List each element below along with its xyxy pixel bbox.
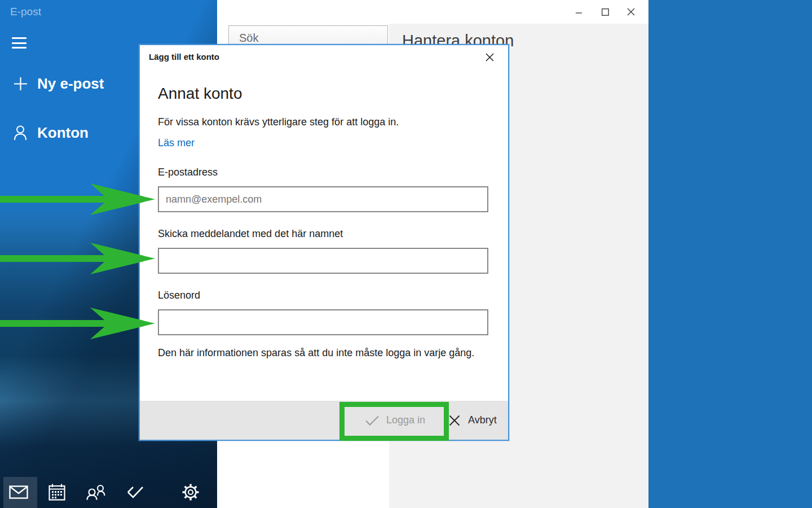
sidebar-item-label: Konton xyxy=(37,124,89,142)
person-icon xyxy=(12,125,28,141)
sidebar-item-label: Ny e-post xyxy=(37,75,104,93)
tasks-icon[interactable] xyxy=(123,476,148,508)
dialog-heading: Annat konto xyxy=(158,85,242,103)
minimize-icon xyxy=(576,8,582,15)
add-account-dialog: Lägg till ett konto Annat konto För viss… xyxy=(139,44,509,441)
cancel-button-label: Avbryt xyxy=(468,414,497,426)
window-controls xyxy=(566,0,644,24)
password-field[interactable] xyxy=(158,309,488,335)
mail-icon[interactable] xyxy=(6,476,31,508)
close-icon xyxy=(627,8,635,16)
learn-more-link[interactable]: Läs mer xyxy=(158,137,195,149)
plus-icon xyxy=(12,77,28,91)
dialog-title: Lägg till ett konto xyxy=(149,52,219,62)
login-button-label: Logga in xyxy=(386,414,425,426)
dialog-footer: Logga in Avbryt xyxy=(140,401,508,440)
minimize-button[interactable] xyxy=(566,0,592,24)
search-placeholder: Sök xyxy=(239,32,258,45)
maximize-button[interactable] xyxy=(592,0,618,24)
close-window-button[interactable] xyxy=(618,0,644,24)
titlebar xyxy=(217,0,648,24)
login-button[interactable]: Logga in xyxy=(345,407,446,433)
email-field[interactable] xyxy=(158,186,488,212)
dialog-close-button[interactable] xyxy=(481,49,498,65)
close-icon xyxy=(486,53,494,62)
hamburger-menu-button[interactable] xyxy=(12,37,27,49)
email-label: E-postadress xyxy=(158,167,218,178)
maximize-icon xyxy=(602,8,609,16)
cancel-x-icon xyxy=(449,415,460,426)
dialog-note: Den här informationen sparas så att du i… xyxy=(158,345,478,361)
display-name-label: Skicka meddelandet med det här namnet xyxy=(158,228,343,240)
app-title: E-post xyxy=(10,6,41,18)
display-name-field[interactable] xyxy=(158,248,488,274)
cancel-button[interactable]: Avbryt xyxy=(449,407,508,433)
checkmark-icon xyxy=(365,415,379,426)
password-label: Lösenord xyxy=(158,290,200,301)
dialog-description: För vissa konton krävs ytterligare steg … xyxy=(158,116,399,128)
bottom-nav xyxy=(0,476,217,508)
people-icon[interactable] xyxy=(83,476,108,508)
calendar-icon[interactable] xyxy=(45,476,69,508)
settings-icon[interactable] xyxy=(178,476,203,508)
